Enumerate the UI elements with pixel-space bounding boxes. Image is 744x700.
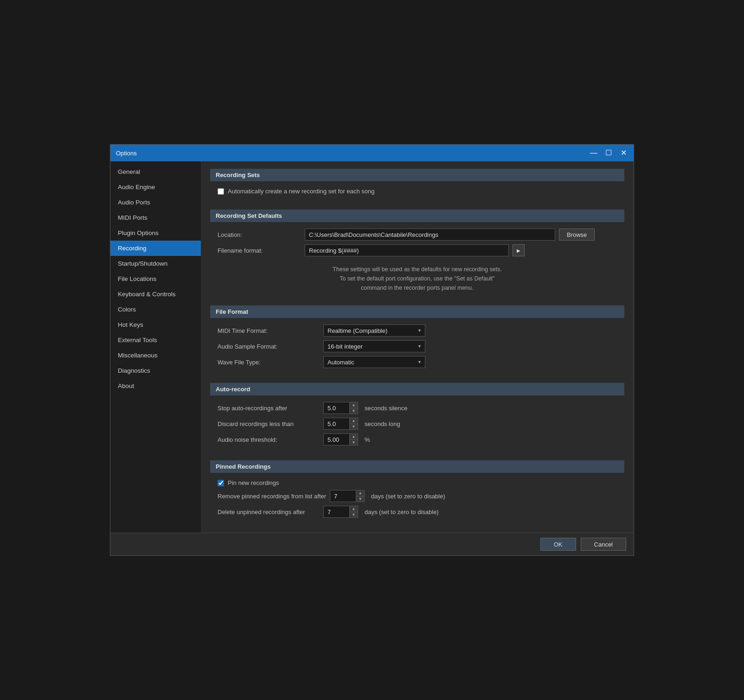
sidebar-item-recording[interactable]: Recording: [110, 241, 201, 256]
content-area: Recording Sets Automatically create a ne…: [201, 161, 634, 533]
sidebar-item-diagnostics[interactable]: Diagnostics: [110, 363, 201, 378]
auto-record-body: Stop auto-recordings after ▲ ▼ seconds s…: [210, 400, 624, 453]
noise-row: Audio noise threshold: ▲ ▼ %: [218, 433, 617, 445]
stop-auto-up[interactable]: ▲: [349, 402, 358, 408]
sidebar-item-keyboard-controls[interactable]: Keyboard & Controls: [110, 286, 201, 302]
recording-set-defaults-body: Location: Browse Filename format: ▶ Thes…: [210, 227, 624, 298]
delete-unpinned-up[interactable]: ▲: [349, 506, 358, 512]
wave-file-row: Wave File Type: Automatic WAV AIFF: [218, 356, 617, 368]
pinned-recordings-body: Pin new recordings Remove pinned recordi…: [210, 477, 624, 525]
stop-auto-down[interactable]: ▼: [349, 408, 358, 414]
noise-suffix: %: [365, 436, 370, 443]
sidebar-item-general[interactable]: General: [110, 164, 201, 179]
ok-button[interactable]: OK: [540, 538, 576, 551]
delete-unpinned-down[interactable]: ▼: [349, 512, 358, 518]
play-button[interactable]: ▶: [513, 244, 525, 256]
recording-sets-body: Automatically create a new recording set…: [210, 186, 624, 202]
title-bar-controls: — ☐ ✕: [589, 148, 628, 158]
audio-sample-select[interactable]: 16-bit integer 24-bit integer 32-bit flo…: [323, 340, 425, 352]
discard-spinner-btns: ▲ ▼: [349, 418, 358, 429]
cancel-button[interactable]: Cancel: [581, 538, 626, 551]
sidebar-item-miscellaneous[interactable]: Miscellaneous: [110, 348, 201, 363]
sidebar-item-audio-engine[interactable]: Audio Engine: [110, 179, 201, 195]
window-body: General Audio Engine Audio Ports MIDI Po…: [110, 161, 634, 533]
noise-down[interactable]: ▼: [349, 440, 358, 445]
wave-file-select[interactable]: Automatic WAV AIFF: [323, 356, 425, 368]
file-format-body: MIDI Time Format: Realtime (Compatible) …: [210, 323, 624, 375]
minimize-button[interactable]: —: [589, 148, 598, 158]
noise-label: Audio noise threshold:: [218, 436, 320, 443]
title-bar: Options — ☐ ✕: [110, 145, 634, 161]
filename-row: Filename format: ▶: [218, 244, 617, 256]
remove-pinned-spinner: ▲ ▼: [330, 490, 365, 502]
midi-time-select[interactable]: Realtime (Compatible) SMF PPQ: [323, 325, 425, 337]
delete-unpinned-spinner-btns: ▲ ▼: [349, 506, 358, 517]
sidebar-item-file-locations[interactable]: File Locations: [110, 271, 201, 286]
stop-auto-spinner: ▲ ▼: [323, 402, 358, 414]
sidebar-item-hot-keys[interactable]: Hot Keys: [110, 317, 201, 332]
footer: OK Cancel: [110, 533, 634, 555]
pin-new-checkbox[interactable]: [218, 480, 224, 486]
discard-up[interactable]: ▲: [349, 418, 358, 424]
midi-time-select-wrapper: Realtime (Compatible) SMF PPQ: [323, 325, 425, 337]
stop-auto-spinner-btns: ▲ ▼: [349, 402, 358, 414]
pinned-recordings-section: Pinned Recordings Pin new recordings Rem…: [210, 460, 624, 525]
info-text: These settings will be used as the defau…: [218, 260, 617, 294]
maximize-button[interactable]: ☐: [604, 148, 613, 158]
filename-label: Filename format:: [218, 247, 301, 254]
sidebar-item-about[interactable]: About: [110, 378, 201, 394]
sidebar-item-plugin-options[interactable]: Plugin Options: [110, 225, 201, 241]
remove-pinned-up[interactable]: ▲: [356, 490, 364, 496]
noise-spinner: ▲ ▼: [323, 433, 358, 445]
remove-pinned-label: Remove pinned recordings from list after: [218, 493, 326, 500]
stop-auto-row: Stop auto-recordings after ▲ ▼ seconds s…: [218, 402, 617, 414]
recording-set-defaults-section: Recording Set Defaults Location: Browse …: [210, 210, 624, 298]
pinned-recordings-header: Pinned Recordings: [210, 460, 624, 473]
remove-pinned-suffix: days (set to zero to disable): [371, 493, 445, 500]
wave-file-select-wrapper: Automatic WAV AIFF: [323, 356, 425, 368]
audio-sample-row: Audio Sample Format: 16-bit integer 24-b…: [218, 340, 617, 352]
sidebar-item-midi-ports[interactable]: MIDI Ports: [110, 210, 201, 225]
remove-pinned-row: Remove pinned recordings from list after…: [218, 490, 617, 502]
noise-up[interactable]: ▲: [349, 434, 358, 440]
close-button[interactable]: ✕: [619, 148, 628, 158]
sidebar-item-audio-ports[interactable]: Audio Ports: [110, 195, 201, 210]
stop-auto-label: Stop auto-recordings after: [218, 405, 320, 412]
file-format-section: File Format MIDI Time Format: Realtime (…: [210, 305, 624, 375]
discard-spinner: ▲ ▼: [323, 418, 358, 430]
location-row: Location: Browse: [218, 229, 617, 241]
delete-unpinned-spinner: ▲ ▼: [323, 506, 358, 518]
discard-label: Discard recordings less than: [218, 420, 320, 427]
discard-suffix: seconds long: [365, 420, 400, 427]
audio-sample-label: Audio Sample Format:: [218, 343, 320, 350]
remove-pinned-down[interactable]: ▼: [356, 496, 364, 502]
auto-create-checkbox[interactable]: [218, 188, 224, 195]
delete-unpinned-suffix: days (set to zero to disable): [365, 509, 439, 515]
filename-input[interactable]: [305, 244, 509, 256]
delete-unpinned-row: Delete unpinned recordings after ▲ ▼ day…: [218, 506, 617, 518]
sidebar: General Audio Engine Audio Ports MIDI Po…: [110, 161, 201, 533]
pin-new-label: Pin new recordings: [228, 479, 279, 486]
file-format-header: File Format: [210, 305, 624, 318]
wave-file-label: Wave File Type:: [218, 359, 320, 366]
stop-auto-suffix: seconds silence: [365, 405, 408, 412]
noise-spinner-btns: ▲ ▼: [349, 434, 358, 445]
recording-sets-section: Recording Sets Automatically create a ne…: [210, 169, 624, 202]
midi-time-label: MIDI Time Format:: [218, 327, 320, 334]
auto-record-section: Auto-record Stop auto-recordings after ▲…: [210, 383, 624, 453]
midi-time-row: MIDI Time Format: Realtime (Compatible) …: [218, 325, 617, 337]
audio-sample-select-wrapper: 16-bit integer 24-bit integer 32-bit flo…: [323, 340, 425, 352]
sidebar-item-colors[interactable]: Colors: [110, 302, 201, 317]
location-input[interactable]: [305, 229, 555, 241]
auto-create-row: Automatically create a new recording set…: [218, 188, 617, 195]
recording-sets-header: Recording Sets: [210, 169, 624, 181]
recording-set-defaults-header: Recording Set Defaults: [210, 210, 624, 222]
sidebar-item-external-tools[interactable]: External Tools: [110, 332, 201, 348]
browse-button[interactable]: Browse: [559, 229, 595, 241]
pin-new-row: Pin new recordings: [218, 479, 617, 486]
remove-pinned-spinner-btns: ▲ ▼: [356, 490, 364, 502]
location-label: Location:: [218, 231, 301, 238]
auto-create-label: Automatically create a new recording set…: [228, 188, 375, 195]
sidebar-item-startup-shutdown[interactable]: Startup/Shutdown: [110, 256, 201, 271]
discard-down[interactable]: ▼: [349, 424, 358, 430]
